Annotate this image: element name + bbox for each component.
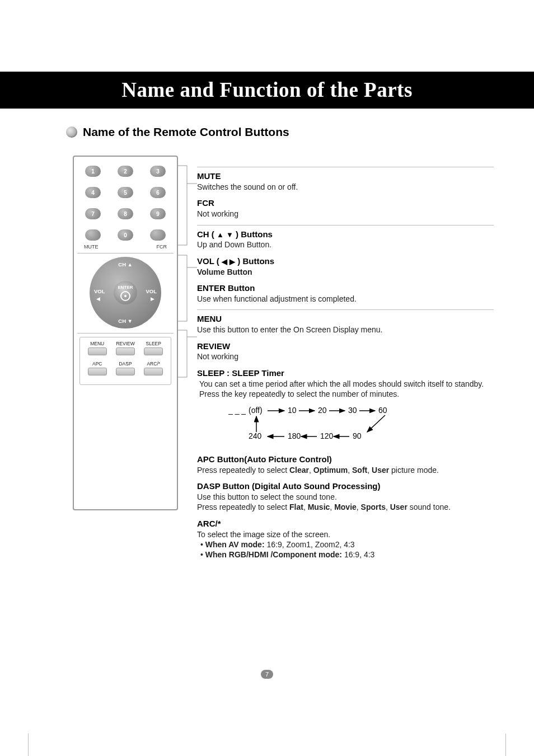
key-3: 3: [150, 166, 166, 177]
sleep-heading: SLEEP : SLEEP Timer: [197, 368, 494, 379]
triangle-left-icon: ◀: [96, 296, 100, 302]
triangle-right-icon: ▶: [151, 296, 154, 302]
sleep-sequence-diagram: _ _ _ (off) 10 20 30 60 240 180 120 90: [228, 404, 407, 446]
lower-button-panel: MENU REVIEW SLEEP APC DASP ARC/*: [79, 337, 171, 385]
enter-body: Use when functional adjustment is comple…: [197, 294, 494, 304]
mute-heading: MUTE: [197, 171, 494, 182]
fcr-section: FCR Not working: [197, 198, 494, 219]
key-0: 0: [118, 229, 133, 241]
triangle-up-icon: ▲: [217, 231, 224, 239]
section-title: Name of the Remote Control Buttons: [83, 125, 289, 139]
apc-body: Press repeatedly to select Clear, Optimu…: [197, 465, 494, 475]
btn-menu-label: MENU: [83, 341, 111, 346]
nav-enter: ENTER: [114, 281, 137, 304]
fcr-label: FCR: [157, 244, 167, 250]
dasp-heading: DASP Button (Digital Auto Sound Processi…: [197, 481, 494, 492]
triangle-down-icon: ▼: [226, 231, 233, 239]
vol-heading: VOL ( ◀ ▶ ) Buttons: [197, 256, 494, 267]
btn-sleep: [144, 348, 163, 355]
key-4: 4: [85, 187, 101, 198]
crop-mark: [505, 734, 506, 756]
arc-bullet1: • When AV mode: 16:9, Zoom1, Zoom2, 4:3: [197, 539, 494, 550]
btn-arc-label: ARC/*: [140, 361, 168, 367]
btn-review: [116, 348, 135, 355]
btn-sleep-label: SLEEP: [140, 341, 168, 346]
key-6: 6: [150, 187, 166, 198]
svg-text:120: 120: [320, 431, 334, 440]
btn-menu: [88, 348, 107, 355]
dasp-line1: Use this button to select the sound tone…: [197, 492, 494, 502]
mute-section: MUTE Switches the sound on or off.: [197, 171, 494, 192]
apc-section: APC Button(Auto Picture Control) Press r…: [197, 454, 494, 475]
svg-text:20: 20: [318, 406, 327, 415]
key-8: 8: [118, 208, 133, 219]
page-number: 7: [261, 670, 273, 679]
menu-section: MENU Use this button to enter the On Scr…: [197, 313, 494, 335]
svg-text:240: 240: [249, 431, 262, 440]
svg-text:(off): (off): [249, 406, 263, 415]
svg-text:60: 60: [378, 406, 387, 415]
svg-text:90: 90: [353, 431, 362, 440]
dasp-section: DASP Button (Digital Auto Sound Processi…: [197, 481, 494, 513]
key-5: 5: [118, 187, 133, 198]
descriptions: MUTE Switches the sound on or off. FCR N…: [197, 163, 494, 566]
title-bar: Name and Function of the Parts: [0, 72, 534, 109]
fcr-heading: FCR: [197, 198, 494, 209]
nav-vol-left: VOL: [94, 288, 105, 294]
nav-disc: CH ▲ CH ▼ VOL ◀ VOL ▶ ENTER: [90, 257, 161, 328]
btn-apc: [88, 368, 107, 375]
page-title: Name and Function of the Parts: [0, 72, 534, 109]
arc-bullet2: • When RGB/HDMI /Component mode: 16:9, 4…: [197, 550, 494, 560]
key-9: 9: [150, 208, 166, 219]
fcr-body: Not working: [197, 209, 494, 219]
sleep-line1: You can set a time period after which th…: [197, 379, 494, 389]
separator: [197, 309, 494, 310]
key-1: 1: [85, 166, 101, 177]
svg-line-25: [367, 415, 385, 432]
vol-body: Volume Button: [197, 267, 494, 277]
enter-section: ENTER Button Use when functional adjustm…: [197, 283, 494, 304]
arc-line1: To select the image size of the screen.: [197, 529, 494, 539]
sublabels: MUTE FCR: [77, 243, 174, 253]
triangle-left-icon: ◀: [222, 257, 227, 266]
svg-text:180: 180: [288, 431, 301, 440]
btn-dasp: [116, 368, 135, 375]
menu-body: Use this button to enter the On Screen D…: [197, 325, 494, 335]
mute-label: MUTE: [84, 244, 99, 250]
svg-text:30: 30: [348, 406, 357, 415]
key-fcr: .: [150, 229, 166, 241]
btn-dasp-label: DASP: [111, 361, 139, 367]
arc-section: ARC/* To select the image size of the sc…: [197, 518, 494, 560]
nav-ch-up: CH ▲: [118, 261, 132, 267]
svg-text:10: 10: [288, 406, 297, 415]
numpad: 1 2 3 4 5 6 7 8 9 . 0 .: [77, 162, 174, 243]
ch-section: CH ( ▲ ▼ ) Buttons Up and Down Button.: [197, 229, 494, 250]
enter-heading: ENTER Button: [197, 283, 494, 294]
triangle-right-icon: ▶: [229, 257, 235, 266]
key-7: 7: [85, 208, 101, 219]
menu-heading: MENU: [197, 313, 494, 325]
review-body: Not working: [197, 351, 494, 361]
sleep-line2: Press the key repeatedly to select the n…: [197, 389, 494, 399]
separator: [197, 225, 494, 226]
nav-vol-right: VOL: [146, 288, 157, 294]
bullet-icon: [66, 126, 77, 138]
crop-mark: [28, 734, 29, 756]
section-header: Name of the Remote Control Buttons: [66, 125, 289, 139]
apc-heading: APC Button(Auto Picture Control): [197, 454, 494, 465]
dasp-body: Press repeatedly to select Flat, Music, …: [197, 502, 494, 512]
mute-body: Switches the sound on or off.: [197, 182, 494, 192]
key-mute: .: [85, 229, 101, 241]
ch-heading: CH ( ▲ ▼ ) Buttons: [197, 229, 494, 240]
divider: [77, 333, 174, 334]
divider: [77, 253, 174, 253]
ch-body: Up and Down Button.: [197, 240, 494, 250]
separator: [197, 167, 494, 167]
vol-section: VOL ( ◀ ▶ ) Buttons Volume Button: [197, 256, 494, 277]
nav-ch-down: CH ▼: [118, 318, 132, 324]
sleep-section: SLEEP : SLEEP Timer You can set a time p…: [197, 368, 494, 446]
callout-lines: [177, 156, 197, 614]
btn-arc: [144, 368, 163, 375]
btn-review-label: REVIEW: [111, 341, 139, 346]
sleep-off-prefix: _ _ _: [228, 406, 246, 415]
